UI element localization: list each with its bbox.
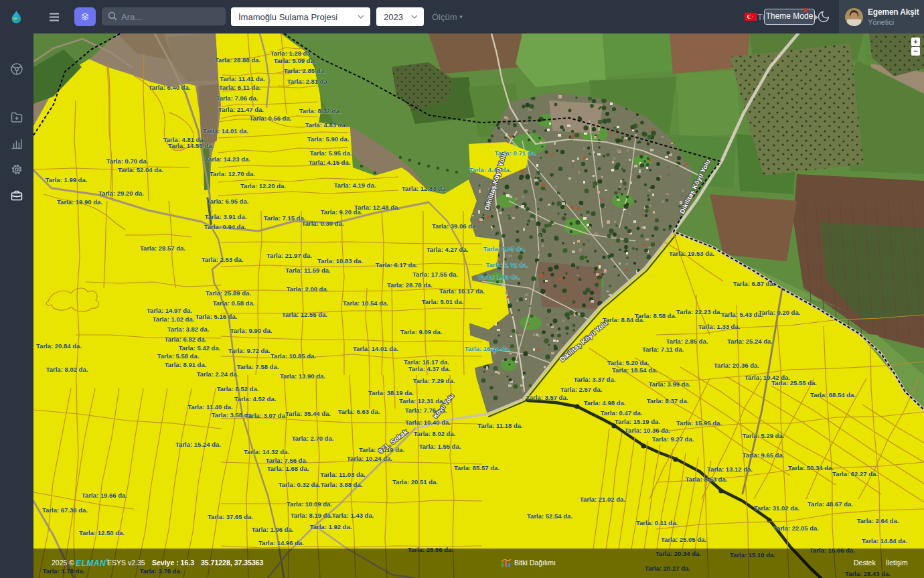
svg-text:Tarla: 12.20 da.: Tarla: 12.20 da. (240, 182, 286, 190)
svg-text:Tarla: 28.57 da.: Tarla: 28.57 da. (140, 244, 185, 252)
svg-text:Tarla: 2.24 da.: Tarla: 2.24 da. (197, 370, 239, 378)
svg-text:Tarla: 6.17 da.: Tarla: 6.17 da. (376, 261, 418, 269)
svg-text:Tarla: 0.58 da.: Tarla: 0.58 da. (213, 299, 255, 307)
svg-text:Tarla: 4.27 da.: Tarla: 4.27 da. (427, 246, 469, 253)
svg-text:Tarla: 10.85 da.: Tarla: 10.85 da. (271, 352, 316, 360)
svg-text:Tarla: 5.29 da.: Tarla: 5.29 da. (743, 432, 785, 439)
svg-text:Tarla: 1.92 da.: Tarla: 1.92 da. (310, 523, 352, 530)
svg-text:Tarla: 25.89 da.: Tarla: 25.89 da. (206, 289, 251, 297)
svg-text:Tarla: 25.55 da.: Tarla: 25.55 da. (771, 379, 817, 386)
svg-text:Tarla: 1.02 da.: Tarla: 1.02 da. (153, 315, 195, 323)
svg-text:Tarla: 5.16 da.: Tarla: 5.16 da. (196, 313, 238, 320)
svg-text:Tarla: 20.84 da.: Tarla: 20.84 da. (36, 342, 82, 350)
svg-text:Tarla: 9.20 da.: Tarla: 9.20 da. (321, 208, 363, 216)
svg-text:Tarla: 2.85 da.: Tarla: 2.85 da. (284, 67, 326, 74)
svg-text:Tarla: 14.84 da.: Tarla: 14.84 da. (862, 537, 907, 545)
svg-text:Tarla: 7.29 da.: Tarla: 7.29 da. (413, 377, 455, 384)
svg-text:Tarla: 3.07 da.: Tarla: 3.07 da. (245, 412, 287, 419)
svg-text:Tarla: 4.37 da.: Tarla: 4.37 da. (408, 365, 451, 372)
svg-text:Tarla: 0.32 da.: Tarla: 0.32 da. (279, 481, 321, 488)
svg-text:Tarla: 0.30 da.: Tarla: 0.30 da. (302, 220, 344, 227)
svg-text:Tarla: 0.65 da.: Tarla: 0.65 da. (483, 245, 526, 252)
svg-text:Tarla: 10.54 da.: Tarla: 10.54 da. (343, 299, 388, 307)
svg-text:Tarla: 2.62 da.: Tarla: 2.62 da. (486, 261, 528, 269)
svg-text:Tarla: 14.96 da.: Tarla: 14.96 da. (258, 539, 304, 547)
svg-text:Tarla: 31.02 da.: Tarla: 31.02 da. (754, 504, 799, 512)
svg-text:Tarla: 5.20 da.: Tarla: 5.20 da. (607, 359, 649, 366)
svg-text:Tarla: 2.53 da.: Tarla: 2.53 da. (202, 256, 244, 263)
svg-text:Tarla: 9.72 da.: Tarla: 9.72 da. (228, 347, 271, 354)
svg-text:Tarla: 15.95 da.: Tarla: 15.95 da. (676, 419, 722, 427)
svg-text:Tarla: 6.63 da.: Tarla: 6.63 da. (338, 408, 380, 415)
svg-text:Tarla: 14.23 da.: Tarla: 14.23 da. (205, 155, 250, 163)
svg-text:Tarla: 67.36 da.: Tarla: 67.36 da. (42, 506, 88, 514)
svg-text:Tarla: 21.97 da.: Tarla: 21.97 da. (266, 252, 312, 259)
svg-text:Tarla: 17.55 da.: Tarla: 17.55 da. (412, 271, 458, 278)
svg-text:Tarla: 39.06 da.: Tarla: 39.06 da. (432, 222, 477, 230)
svg-text:Tarla: 1.96 da.: Tarla: 1.96 da. (252, 526, 294, 533)
svg-text:Tarla: 1.43 da.: Tarla: 1.43 da. (332, 512, 374, 519)
svg-text:Tarla: 62.27 da.: Tarla: 62.27 da. (832, 470, 878, 478)
svg-text:Tarla: 10.36 da.: Tarla: 10.36 da. (625, 427, 670, 434)
svg-text:Tarla: 25.05 da.: Tarla: 25.05 da. (661, 536, 706, 543)
svg-text:Tarla: 4.48 da.: Tarla: 4.48 da. (469, 166, 512, 173)
svg-text:Tarla: 6.82 da.: Tarla: 6.82 da. (165, 336, 207, 343)
svg-text:Tarla: 7.11 da.: Tarla: 7.11 da. (642, 346, 684, 353)
svg-text:Tarla: 9.20 da.: Tarla: 9.20 da. (759, 309, 801, 316)
svg-text:Tarla: 12.55 da.: Tarla: 12.55 da. (282, 311, 327, 318)
svg-text:Tarla: 50.34 da.: Tarla: 50.34 da. (788, 464, 834, 472)
svg-text:Tarla: 0.94 da.: Tarla: 0.94 da. (204, 223, 246, 230)
svg-text:Tarla: 5.09 da.: Tarla: 5.09 da. (274, 57, 316, 64)
svg-text:Tarla: 5.58 da.: Tarla: 5.58 da. (157, 352, 200, 360)
svg-text:Tarla: 28.88 da.: Tarla: 28.88 da. (215, 56, 260, 64)
svg-text:Tarla: 8.32 da.: Tarla: 8.32 da. (299, 107, 341, 115)
svg-text:Tarla: 25.24 da.: Tarla: 25.24 da. (727, 338, 773, 345)
svg-text:Tarla: 4.15 da.: Tarla: 4.15 da. (309, 159, 351, 166)
svg-text:Tarla: 15.24 da.: Tarla: 15.24 da. (175, 441, 221, 448)
svg-text:Tarla: 10.17 da.: Tarla: 10.17 da. (439, 287, 485, 295)
svg-text:Tarla: 11.18 da.: Tarla: 11.18 da. (477, 422, 522, 429)
svg-text:Tarla: 5.95 da.: Tarla: 5.95 da. (310, 149, 352, 157)
svg-text:Tarla: 10.09 da.: Tarla: 10.09 da. (287, 500, 332, 508)
svg-text:Tarla: 10.83 da.: Tarla: 10.83 da. (317, 257, 363, 265)
svg-text:Tarla: 18.54 da.: Tarla: 18.54 da. (612, 366, 658, 374)
svg-text:Tarla: 21.02 da.: Tarla: 21.02 da. (580, 496, 625, 503)
svg-text:Tarla: 6.95 da.: Tarla: 6.95 da. (207, 198, 249, 205)
svg-text:Tarla: 3.88 da.: Tarla: 3.88 da. (321, 481, 363, 488)
svg-text:Tarla: 68.54 da.: Tarla: 68.54 da. (810, 391, 856, 399)
svg-text:Tarla: 2.70 da.: Tarla: 2.70 da. (292, 435, 334, 442)
svg-text:Tarla: 1.93 da.: Tarla: 1.93 da. (478, 273, 520, 281)
svg-text:Tarla: 13.12 da.: Tarla: 13.12 da. (707, 465, 753, 473)
svg-text:Tarla: 19.53 da.: Tarla: 19.53 da. (669, 250, 714, 257)
svg-text:Tarla: 13.90 da.: Tarla: 13.90 da. (280, 372, 325, 380)
svg-text:Tarla: 37.65 da.: Tarla: 37.65 da. (208, 513, 253, 520)
svg-text:Tarla: 12.50 da.: Tarla: 12.50 da. (79, 529, 125, 536)
svg-text:Tarla: 8.19 da.: Tarla: 8.19 da. (291, 512, 333, 519)
svg-text:Tarla: 14.01 da.: Tarla: 14.01 da. (203, 127, 248, 135)
svg-text:Tarla: 16.18 da.: Tarla: 16.18 da. (465, 345, 510, 352)
svg-text:Tarla: 8.52 da.: Tarla: 8.52 da. (217, 385, 259, 392)
svg-text:Tarla: 8.58 da.: Tarla: 8.58 da. (635, 312, 677, 319)
svg-text:Tarla: 85.57 da.: Tarla: 85.57 da. (454, 464, 499, 472)
svg-text:Tarla: 6.87 da.: Tarla: 6.87 da. (733, 280, 775, 287)
svg-text:Tarla: 1.28 da.: Tarla: 1.28 da. (271, 50, 313, 57)
svg-text:Tarla: 4.52 da.: Tarla: 4.52 da. (234, 395, 277, 403)
svg-text:Tarla: 8.53 da.: Tarla: 8.53 da. (686, 476, 728, 483)
svg-text:Tarla: 52.04 da.: Tarla: 52.04 da. (118, 166, 163, 173)
svg-text:Tarla: 22.23 da.: Tarla: 22.23 da. (676, 308, 722, 315)
svg-text:Tarla: 14.32 da.: Tarla: 14.32 da. (244, 448, 289, 455)
svg-text:Tarla: 0.56 da.: Tarla: 0.56 da. (250, 115, 292, 122)
svg-text:Tarla: 0.11 da.: Tarla: 0.11 da. (636, 519, 678, 526)
svg-text:Tarla: 3.82 da.: Tarla: 3.82 da. (167, 326, 210, 333)
svg-text:Tarla: 9.09 da.: Tarla: 9.09 da. (400, 328, 443, 336)
svg-text:Tarla: 12.31 da.: Tarla: 12.31 da. (399, 397, 445, 405)
svg-text:Tarla: 7.06 da.: Tarla: 7.06 da. (216, 94, 258, 102)
svg-text:Tarla: 19.66 da.: Tarla: 19.66 da. (82, 492, 127, 499)
svg-text:Tarla: 11.40 da.: Tarla: 11.40 da. (187, 403, 232, 411)
svg-text:Tarla: 15.19 da.: Tarla: 15.19 da. (615, 418, 660, 425)
svg-text:Tarla: 29.20 da.: Tarla: 29.20 da. (98, 190, 144, 197)
svg-text:Tarla: 38.19 da.: Tarla: 38.19 da. (368, 389, 414, 396)
svg-text:Tarla: 9.65 da.: Tarla: 9.65 da. (743, 451, 785, 459)
svg-text:Tarla: 21.47 da.: Tarla: 21.47 da. (218, 106, 264, 113)
svg-text:Tarla: 6.11 da.: Tarla: 6.11 da. (219, 84, 260, 91)
